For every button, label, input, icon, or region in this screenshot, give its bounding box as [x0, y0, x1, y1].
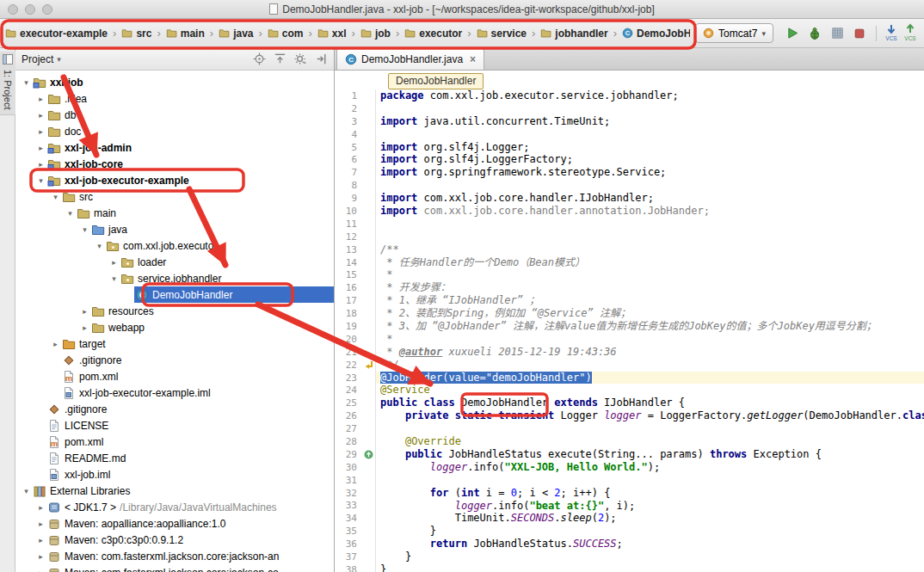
code-text[interactable]: }: [375, 550, 924, 563]
tree-item-maven-com-fasterxml-jackson-core-jackson-an[interactable]: ▸Maven: com.fasterxml.jackson.core:jacks…: [15, 548, 334, 564]
line-number[interactable]: 19: [335, 321, 362, 332]
tree-item-loader[interactable]: ▸loader: [15, 254, 334, 270]
line-number[interactable]: 38: [335, 564, 362, 572]
expand-right-icon[interactable]: ▸: [79, 323, 90, 332]
tree-item-gitignore[interactable]: .gitignore: [15, 401, 334, 417]
expand-down-icon[interactable]: ▾: [79, 225, 90, 234]
code-line-9[interactable]: 9import com.xxl.job.core.handler.IJobHan…: [335, 192, 924, 205]
expand-right-icon[interactable]: ▸: [50, 340, 61, 348]
code-text[interactable]: [375, 102, 924, 115]
breadcrumb-executor-example[interactable]: executor-example: [5, 28, 108, 40]
code-text[interactable]: }: [375, 563, 924, 572]
code-text[interactable]: @Override: [375, 435, 924, 448]
code-line-33[interactable]: 33 logger.info("beat at:{}", i);: [335, 500, 924, 513]
tree-item-main[interactable]: ▾main: [15, 205, 334, 221]
code-line-31[interactable]: 31: [335, 474, 924, 487]
line-number[interactable]: 18: [335, 308, 362, 319]
code-line-29[interactable]: 29 public JobHandleStatus execute(String…: [335, 448, 924, 461]
line-number[interactable]: 23: [335, 372, 362, 384]
code-line-15[interactable]: 15 *: [335, 268, 924, 281]
breadcrumb-jobhandler[interactable]: jobhandler: [540, 28, 607, 40]
breadcrumb-job[interactable]: job: [360, 28, 391, 40]
breadcrumb-com[interactable]: com: [268, 28, 304, 40]
code-text[interactable]: public JobHandleStatus execute(String...…: [375, 448, 924, 461]
breadcrumb-service[interactable]: service: [477, 28, 527, 40]
expand-down-icon[interactable]: ▾: [108, 274, 120, 283]
code-line-32[interactable]: 32 for (int i = 0; i < 2; i++) {: [335, 487, 924, 500]
line-number[interactable]: 36: [335, 538, 362, 550]
code-line-1[interactable]: 1package com.xxl.job.executor.service.jo…: [335, 89, 924, 102]
tree-item-maven-com-fasterxml-jackson-core-jackson-co[interactable]: ▸Maven: com.fasterxml.jackson.core:jacks…: [15, 564, 334, 572]
tree-item-pom-xml[interactable]: mpom.xml: [15, 368, 334, 384]
expand-right-icon[interactable]: ▸: [35, 111, 46, 120]
code-line-21[interactable]: 21 * @author xuxueli 2015-12-19 19:43:36: [335, 346, 924, 359]
tree-item-readme-md[interactable]: README.md: [15, 450, 334, 466]
code-line-17[interactable]: 17 * 1、继承 “IJobHandler” ；: [335, 294, 924, 307]
line-number[interactable]: 37: [335, 551, 362, 563]
expand-down-icon[interactable]: ▾: [21, 487, 32, 495]
breadcrumb-executor[interactable]: executor: [404, 28, 462, 40]
tree-item-xxl-job-core[interactable]: ▸xxl-job-core: [15, 156, 334, 172]
tree-item-external-libraries[interactable]: ▾External Libraries: [15, 483, 334, 499]
tree-item-gitignore[interactable]: .gitignore: [15, 352, 334, 368]
tree-item-jdk1-7[interactable]: ▸< JDK1.7 >/Library/Java/JavaVirtualMach…: [15, 499, 334, 515]
line-number[interactable]: 11: [335, 218, 362, 230]
code-line-36[interactable]: 36 return JobHandleStatus.SUCCESS;: [335, 538, 924, 550]
minimize-button[interactable]: [25, 4, 35, 15]
code-text[interactable]: for (int i = 0; i < 2; i++) {: [375, 487, 924, 500]
code-line-38[interactable]: 38}: [335, 563, 924, 572]
line-number[interactable]: 28: [335, 436, 362, 447]
code-line-3[interactable]: 3import java.util.concurrent.TimeUnit;: [335, 115, 924, 128]
code-line-8[interactable]: 8: [335, 179, 924, 192]
line-number[interactable]: 2: [335, 103, 362, 114]
close-button[interactable]: [8, 4, 18, 15]
tree-item-xxl-job[interactable]: ▾xxl-job: [15, 74, 334, 90]
project-panel-title[interactable]: Project: [22, 53, 53, 65]
line-number[interactable]: 26: [335, 410, 362, 421]
tree-item-webapp[interactable]: ▸webapp: [15, 319, 334, 335]
tool-window-button-project[interactable]: 1: Project: [0, 52, 15, 115]
expand-down-icon[interactable]: ▾: [35, 176, 46, 185]
line-number[interactable]: 12: [335, 231, 362, 243]
code-text[interactable]: * 1、继承 “IJobHandler” ；: [375, 294, 924, 307]
tree-item-license[interactable]: LICENSE: [15, 417, 334, 434]
line-number[interactable]: 8: [335, 180, 362, 191]
code-line-23[interactable]: 23@JobHander(value="demoJobHandler"): [335, 372, 924, 384]
code-text[interactable]: @Service: [375, 384, 924, 397]
code-text[interactable]: * 2、装配到Spring，例如加 “@Service” 注解；: [375, 307, 924, 320]
code-text[interactable]: }: [375, 525, 924, 538]
code-text[interactable]: [375, 474, 924, 487]
code-text[interactable]: /**: [375, 243, 924, 256]
line-number[interactable]: 6: [335, 154, 362, 165]
code-text[interactable]: return JobHandleStatus.SUCCESS;: [375, 538, 924, 550]
line-number[interactable]: 22: [335, 360, 362, 371]
code-text[interactable]: import org.springframework.stereotype.Se…: [375, 166, 924, 179]
tree-item-xxl-job-executor-example[interactable]: ▾xxl-job-executor-example: [15, 172, 334, 188]
expand-down-icon[interactable]: ▾: [65, 209, 76, 218]
settings-gear-button[interactable]: [294, 52, 307, 65]
line-number[interactable]: 14: [335, 257, 362, 268]
code-text[interactable]: [375, 231, 924, 243]
code-line-20[interactable]: 20 *: [335, 333, 924, 346]
line-number[interactable]: 31: [335, 475, 362, 486]
line-number[interactable]: 1: [335, 90, 362, 101]
code-line-19[interactable]: 19 * 3、加 “@JobHander” 注解，注解value值为新增任务生成…: [335, 320, 924, 333]
vcs-update-button[interactable]: VCS: [883, 22, 900, 45]
code-text[interactable]: * @author xuxueli 2015-12-19 19:43:36: [375, 346, 924, 359]
code-line-18[interactable]: 18 * 2、装配到Spring，例如加 “@Service” 注解；: [335, 307, 924, 320]
code-line-25[interactable]: 25public class DemoJobHandler extends IJ…: [335, 397, 924, 409]
line-number[interactable]: 17: [335, 295, 362, 306]
expand-right-icon[interactable]: ▸: [108, 258, 120, 267]
coverage-button[interactable]: [827, 23, 847, 44]
line-number[interactable]: 35: [335, 526, 362, 537]
code-line-22[interactable]: 22 */: [335, 359, 924, 372]
expand-right-icon[interactable]: ▸: [35, 144, 46, 152]
line-number[interactable]: 27: [335, 423, 362, 434]
code-text[interactable]: [375, 422, 924, 435]
code-line-6[interactable]: 6import org.slf4j.LoggerFactory;: [335, 153, 924, 166]
code-line-27[interactable]: 27: [335, 422, 924, 435]
locate-file-button[interactable]: [253, 52, 266, 65]
tree-item-target[interactable]: ▸target: [15, 335, 334, 352]
code-text[interactable]: import com.xxl.job.core.handler.IJobHand…: [375, 192, 924, 205]
code-line-37[interactable]: 37 }: [335, 550, 924, 563]
